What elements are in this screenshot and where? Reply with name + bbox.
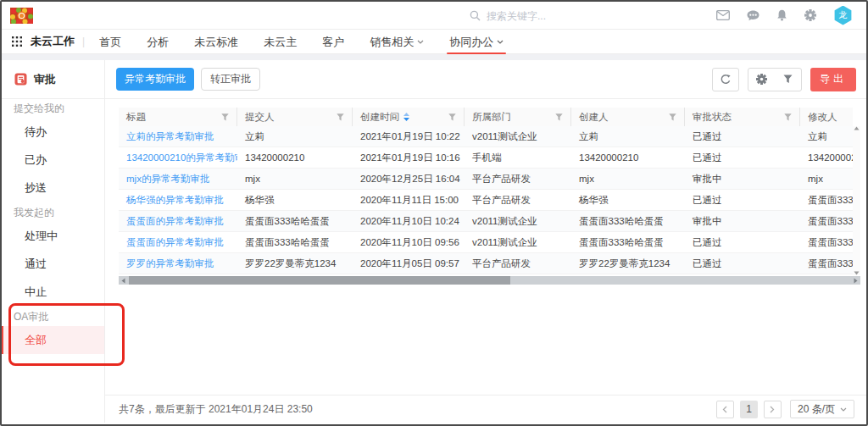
search-input[interactable] [487,10,588,22]
toolbar-actions: 导出 [712,68,856,91]
filter-icon[interactable] [555,113,563,121]
cell-modifier: 蛋蛋面333哈哈蛋蛋 [800,253,853,274]
row-title-link[interactable]: 罗罗的异常考勤审批 [119,253,237,274]
cell-created-time: 2021年01月19日 10:16 [353,147,465,168]
avatar[interactable]: 龙 [833,6,853,25]
row-title-link[interactable]: 蛋蛋面的异常考勤审批 [119,211,237,231]
approval-table: 标题 提交人 创建时间 所属部门 创建人 审批状态 [119,108,853,274]
sidebar-header: 审批 [2,60,104,99]
cell-creator: 杨华强 [571,190,685,210]
col-header-title[interactable]: 标题 [119,108,237,126]
cell-department: 平台产品研发 [465,253,571,274]
search-icon [470,10,481,21]
cell-status: 已通过 [685,253,800,274]
row-title-link[interactable]: 13420000210的异常考勤审批 [119,147,237,168]
sidebar-title: 审批 [34,72,56,87]
gear-icon[interactable] [804,9,816,21]
col-header-creator[interactable]: 创建人 [571,108,685,126]
cell-creator: 蛋蛋面333哈哈蛋蛋 [571,232,685,252]
top-icon-group: 龙 [716,6,858,25]
filter-icon[interactable] [784,113,792,121]
approval-icon [14,73,27,86]
scroll-left-icon[interactable] [119,276,128,285]
cell-submitter: 蛋蛋面333哈哈蛋蛋 [237,232,353,252]
chat-icon[interactable] [747,10,760,21]
nav-item-sales[interactable]: 销售相关 [370,30,424,54]
mail-icon[interactable] [716,10,730,20]
refresh-icon [720,74,732,86]
col-header-approval-status[interactable]: 审批状态 [685,108,800,126]
sidebar-item-todo[interactable]: 待办 [2,118,104,146]
filter-button[interactable] [775,69,801,91]
sidebar-item-passed[interactable]: 通过 [2,250,104,278]
workspace-name[interactable]: 未云工作 [31,34,75,49]
nav-divider: | [82,36,85,47]
sort-icon[interactable] [403,113,409,121]
col-header-modifier[interactable]: 修改人 [800,108,853,126]
filter-icon[interactable] [221,113,229,121]
page-size-select[interactable]: 20 条/页 [790,400,854,418]
bell-icon[interactable] [776,9,787,21]
sidebar-item-cc[interactable]: 抄送 [2,174,104,202]
gear-icon [756,74,767,85]
table-row[interactable]: 立莉的异常考勤审批 立莉 2021年01月19日 10:22 v2011测试企业… [119,126,853,147]
nav-item-analysis[interactable]: 分析 [147,30,169,54]
scroll-up-icon[interactable] [854,126,860,130]
scrollbar-thumb[interactable] [129,276,510,285]
tab-regularization[interactable]: 转正审批 [201,68,260,91]
cell-created-time: 2020年11月10日 10:24 [353,211,465,231]
cell-status: 已通过 [685,232,800,252]
sidebar-item-terminated[interactable]: 中止 [2,278,104,306]
app-window: 龙 未云工作 | 首页 分析 未云标准 未云主 客户 销售相关 协同办公 审批 [0,0,868,426]
nav-item-collaboration[interactable]: 协同办公 [449,30,504,54]
refresh-button[interactable] [712,68,739,91]
cell-modifier: 蛋蛋面333哈哈蛋蛋 [800,190,853,210]
row-title-link[interactable]: 蛋蛋面的异常考勤审批 [119,232,237,252]
cell-status: 审批中 [685,211,800,231]
cell-submitter: 立莉 [237,126,353,147]
col-header-department[interactable]: 所属部门 [465,108,571,126]
global-search[interactable] [470,2,588,30]
nav-item-weiyun-standard[interactable]: 未云标准 [194,30,238,54]
chevron-right-icon [770,406,775,413]
chevron-down-icon [840,407,847,412]
scroll-down-icon[interactable] [854,271,860,275]
horizontal-scrollbar[interactable] [119,276,860,285]
col-header-submitter[interactable]: 提交人 [237,108,353,126]
next-page-button[interactable] [764,401,782,418]
table-row[interactable]: 13420000210的异常考勤审批 13420000210 2021年01月1… [119,147,853,169]
table-row[interactable]: 蛋蛋面的异常考勤审批 蛋蛋面333哈哈蛋蛋 2020年11月10日 10:24 … [119,211,853,232]
sidebar-item-processing[interactable]: 处理中 [2,222,104,250]
row-title-link[interactable]: 杨华强的异常考勤审批 [119,190,237,210]
table-row[interactable]: 杨华强的异常考勤审批 杨华强 2020年11月11日 15:00 平台产品研发 … [119,190,853,211]
pagination: 1 20 条/页 [716,400,854,418]
current-page[interactable]: 1 [740,401,758,418]
nav-item-weiyun-main[interactable]: 未云主 [264,30,297,54]
record-summary: 共7条，最后更新于 2021年01月24日 23:50 [119,402,313,417]
cell-status: 已通过 [685,147,800,168]
filter-icon[interactable] [337,113,344,121]
cell-modifier: 13420000210 [800,147,853,168]
vertical-scrollbar[interactable] [853,126,860,275]
tab-abnormal-attendance[interactable]: 异常考勤审批 [116,68,194,91]
filter-icon[interactable] [669,113,676,121]
cell-created-time: 2021年01月19日 10:22 [353,126,465,147]
cell-creator: mjx [571,169,685,189]
row-title-link[interactable]: 立莉的异常考勤审批 [119,126,237,147]
apps-grid-icon[interactable] [12,36,22,47]
cell-creator: 13420000210 [571,147,685,168]
nav-item-home[interactable]: 首页 [99,30,121,54]
table-row[interactable]: 罗罗的异常考勤审批 罗罗22罗曼蒂克1234 2020年11月05日 09:57… [119,253,853,274]
prev-page-button[interactable] [716,401,734,418]
table-row[interactable]: mjx的异常考勤审批 mjx 2020年12月25日 16:04 平台产品研发 … [119,169,853,190]
sidebar-item-done[interactable]: 已办 [2,146,104,174]
sidebar-item-oa-all[interactable]: 全部 [2,326,104,354]
row-title-link[interactable]: mjx的异常考勤审批 [119,169,237,189]
col-header-created-time[interactable]: 创建时间 [353,108,465,126]
table-row[interactable]: 蛋蛋面的异常考勤审批 蛋蛋面333哈哈蛋蛋 2020年11月10日 09:56 … [119,232,853,253]
scroll-right-icon[interactable] [851,276,860,285]
export-button[interactable]: 导出 [810,68,856,91]
nav-item-customer[interactable]: 客户 [322,30,344,54]
filter-icon[interactable] [448,113,456,121]
column-settings-button[interactable] [748,69,775,91]
